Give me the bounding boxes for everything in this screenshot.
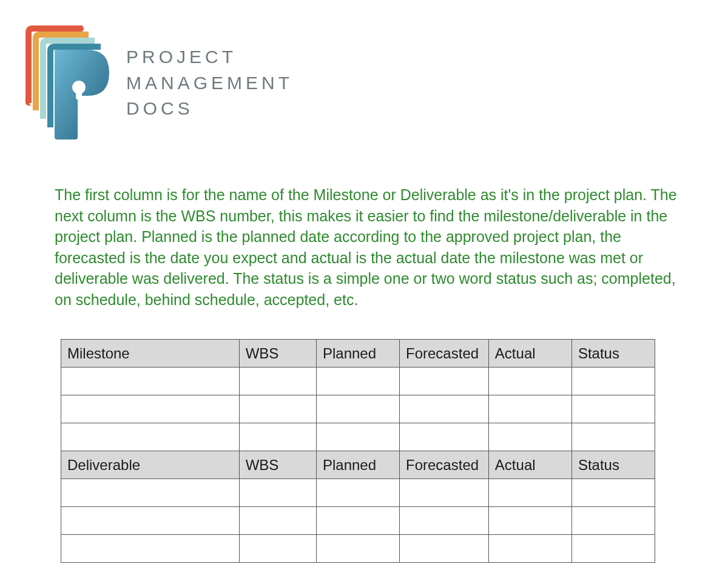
cell bbox=[488, 368, 571, 395]
cell bbox=[400, 423, 489, 451]
col-header-actual: Actual bbox=[488, 340, 571, 368]
table-row bbox=[61, 368, 655, 395]
cell bbox=[400, 395, 489, 423]
col-header-planned: Planned bbox=[316, 451, 399, 479]
cell bbox=[488, 535, 571, 563]
table-row bbox=[61, 535, 655, 563]
cell bbox=[316, 368, 399, 395]
cell bbox=[488, 423, 571, 451]
col-header-forecasted: Forecasted bbox=[400, 451, 489, 479]
cell bbox=[239, 423, 316, 451]
instruction-paragraph: The first column is for the name of the … bbox=[55, 184, 686, 310]
brand-logo-icon bbox=[24, 24, 109, 142]
cell bbox=[400, 479, 489, 507]
cell bbox=[316, 507, 399, 535]
cell bbox=[488, 479, 571, 507]
brand-title: PROJECT MANAGEMENT DOCS bbox=[126, 45, 293, 121]
cell bbox=[239, 479, 316, 507]
cell bbox=[239, 507, 316, 535]
cell bbox=[316, 535, 399, 563]
col-header-status: Status bbox=[571, 451, 655, 479]
cell bbox=[400, 507, 489, 535]
cell bbox=[488, 395, 571, 423]
col-header-actual: Actual bbox=[488, 451, 571, 479]
cell bbox=[61, 368, 240, 395]
table-row bbox=[61, 423, 655, 451]
cell bbox=[61, 535, 240, 563]
cell bbox=[239, 368, 316, 395]
table-row bbox=[61, 479, 655, 507]
cell bbox=[571, 368, 655, 395]
cell bbox=[316, 395, 399, 423]
cell bbox=[571, 507, 655, 535]
deliverable-header-row: Deliverable WBS Planned Forecasted Actua… bbox=[61, 451, 655, 479]
cell bbox=[239, 535, 316, 563]
cell bbox=[571, 395, 655, 423]
cell bbox=[400, 368, 489, 395]
cell bbox=[488, 507, 571, 535]
cell bbox=[571, 535, 655, 563]
brand-line-3: DOCS bbox=[126, 96, 293, 121]
col-header-wbs: WBS bbox=[239, 451, 316, 479]
table-row bbox=[61, 395, 655, 423]
col-header-planned: Planned bbox=[316, 340, 399, 368]
cell bbox=[61, 395, 240, 423]
cell bbox=[316, 423, 399, 451]
col-header-deliverable: Deliverable bbox=[61, 451, 240, 479]
cell bbox=[400, 535, 489, 563]
cell bbox=[239, 395, 316, 423]
cell bbox=[571, 423, 655, 451]
table-body: Milestone WBS Planned Forecasted Actual … bbox=[61, 340, 655, 563]
col-header-status: Status bbox=[571, 340, 655, 368]
document-page: PROJECT MANAGEMENT DOCS The first column… bbox=[0, 0, 728, 581]
milestone-header-row: Milestone WBS Planned Forecasted Actual … bbox=[61, 340, 655, 368]
milestone-deliverable-table: Milestone WBS Planned Forecasted Actual … bbox=[61, 339, 655, 563]
cell bbox=[571, 479, 655, 507]
cell bbox=[61, 423, 240, 451]
tables-container: Milestone WBS Planned Forecasted Actual … bbox=[61, 339, 655, 563]
document-header: PROJECT MANAGEMENT DOCS bbox=[24, 24, 692, 142]
brand-line-2: MANAGEMENT bbox=[126, 71, 293, 96]
col-header-forecasted: Forecasted bbox=[400, 340, 489, 368]
table-row bbox=[61, 507, 655, 535]
cell bbox=[61, 507, 240, 535]
cell bbox=[316, 479, 399, 507]
col-header-milestone: Milestone bbox=[61, 340, 240, 368]
brand-line-1: PROJECT bbox=[126, 45, 293, 70]
col-header-wbs: WBS bbox=[239, 340, 316, 368]
cell bbox=[61, 479, 240, 507]
svg-rect-1 bbox=[76, 90, 82, 99]
